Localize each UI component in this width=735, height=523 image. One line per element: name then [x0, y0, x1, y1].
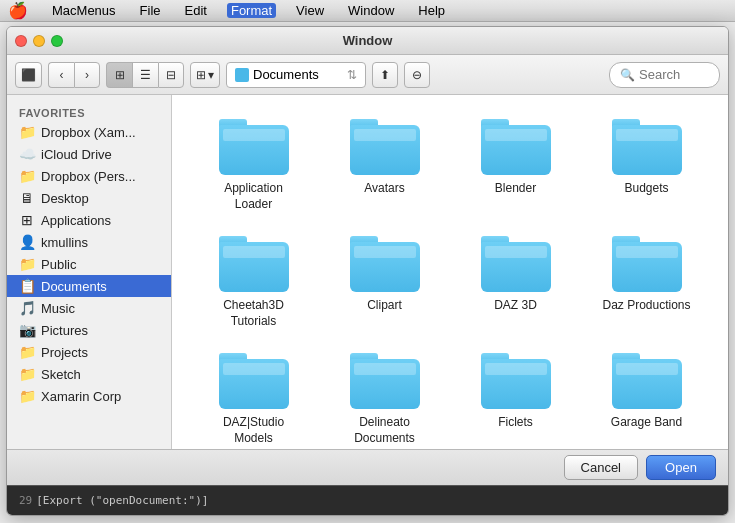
back-button[interactable]: ‹ — [48, 62, 74, 88]
column-view-button[interactable]: ⊟ — [158, 62, 184, 88]
sidebar-label-pictures: Pictures — [41, 323, 88, 338]
code-strip: 29 [Export ("openDocument:")] — [7, 485, 728, 515]
sidebar-item-dropbox-xam[interactable]: 📁 Dropbox (Xam... — [7, 121, 171, 143]
file-grid: Application Loader Avatars Blender — [172, 95, 728, 449]
file-item-avatars[interactable]: Avatars — [319, 111, 450, 220]
file-label-garage-band: Garage Band — [611, 415, 682, 431]
folder-icon-sketch: 📁 — [19, 366, 35, 382]
list-view-button[interactable]: ☰ — [132, 62, 158, 88]
file-label-cheetah3d: Cheetah3D Tutorials — [209, 298, 299, 329]
file-item-blender[interactable]: Blender — [450, 111, 581, 220]
search-box[interactable]: 🔍 — [609, 62, 720, 88]
cancel-button[interactable]: Cancel — [564, 455, 638, 480]
menubar-window[interactable]: Window — [344, 3, 398, 18]
close-button[interactable] — [15, 35, 27, 47]
folder-icon-pers: 📁 — [19, 168, 35, 184]
sidebar-item-icloud-drive[interactable]: ☁️ iCloud Drive — [7, 143, 171, 165]
file-label-daz3d: DAZ 3D — [494, 298, 537, 314]
sidebar-label-public: Public — [41, 257, 76, 272]
sidebar-label-applications: Applications — [41, 213, 111, 228]
grid-icon-apps: ⊞ — [19, 212, 35, 228]
sidebar-item-kmullins[interactable]: 👤 kmullins — [7, 231, 171, 253]
file-item-daz-studio[interactable]: DAZ|Studio Models — [188, 345, 319, 449]
view-mode-group: ⊞ ☰ ⊟ — [106, 62, 184, 88]
sidebar-label-music: Music — [41, 301, 75, 316]
file-item-clipart[interactable]: Clipart — [319, 228, 450, 337]
sidebar-label-icloud: iCloud Drive — [41, 147, 112, 162]
menubar-help[interactable]: Help — [414, 3, 449, 18]
icon-view-button[interactable]: ⊞ — [106, 62, 132, 88]
file-label-ficlets: Ficlets — [498, 415, 533, 431]
sidebar-label-kmullins: kmullins — [41, 235, 88, 250]
toolbar: ⬛ ‹ › ⊞ ☰ ⊟ ⊞ ▾ Documents ⇅ ⬆ ⊖ 🔍 — [7, 55, 728, 95]
main-content: Favorites 📁 Dropbox (Xam... ☁️ iCloud Dr… — [7, 95, 728, 449]
open-button[interactable]: Open — [646, 455, 716, 480]
location-bar[interactable]: Documents ⇅ — [226, 62, 366, 88]
sidebar: Favorites 📁 Dropbox (Xam... ☁️ iCloud Dr… — [7, 95, 172, 449]
bottombar: Cancel Open — [7, 449, 728, 485]
sidebar-item-public[interactable]: 📁 Public — [7, 253, 171, 275]
sidebar-label-documents: Documents — [41, 279, 107, 294]
file-label-app-loader: Application Loader — [209, 181, 299, 212]
folder-icon-xamarin: 📁 — [19, 388, 35, 404]
nav-group: ‹ › — [48, 62, 100, 88]
sidebar-label-desktop: Desktop — [41, 191, 89, 206]
window: Window ⬛ ‹ › ⊞ ☰ ⊟ ⊞ ▾ Documents ⇅ — [6, 26, 729, 516]
code-content: [Export ("openDocument:")] — [36, 494, 208, 507]
sidebar-label-projects: Projects — [41, 345, 88, 360]
traffic-lights — [15, 35, 63, 47]
folder-icon-docs: 📋 — [19, 278, 35, 294]
file-item-cheetah3d[interactable]: Cheetah3D Tutorials — [188, 228, 319, 337]
sidebar-label-xamarin: Xamarin Corp — [41, 389, 121, 404]
line-number: 29 — [19, 494, 32, 507]
sidebar-label-dropbox-xam: Dropbox (Xam... — [41, 125, 136, 140]
file-item-daz3d[interactable]: DAZ 3D — [450, 228, 581, 337]
file-label-budgets: Budgets — [624, 181, 668, 197]
apple-menu[interactable]: 🍎 — [8, 1, 28, 20]
cloud-icon: ☁️ — [19, 146, 35, 162]
folder-icon-public: 📁 — [19, 256, 35, 272]
file-item-ficlets[interactable]: Ficlets — [450, 345, 581, 449]
file-label-blender: Blender — [495, 181, 536, 197]
person-icon: 👤 — [19, 234, 35, 250]
sidebar-item-music[interactable]: 🎵 Music — [7, 297, 171, 319]
sidebar-item-applications[interactable]: ⊞ Applications — [7, 209, 171, 231]
minimize-button[interactable] — [33, 35, 45, 47]
menubar-edit[interactable]: Edit — [181, 3, 211, 18]
menubar-format[interactable]: Format — [227, 3, 276, 18]
menubar: 🍎 MacMenus File Edit Format View Window … — [0, 0, 735, 22]
file-item-delineato[interactable]: Delineato Documents — [319, 345, 450, 449]
window-title: Window — [343, 33, 393, 48]
sidebar-item-projects[interactable]: 📁 Projects — [7, 341, 171, 363]
file-item-garage-band[interactable]: Garage Band — [581, 345, 712, 449]
sidebar-icon: ⬛ — [21, 68, 36, 82]
location-arrow: ⇅ — [347, 68, 357, 82]
file-label-delineato: Delineato Documents — [340, 415, 430, 446]
action-button[interactable]: ⊖ — [404, 62, 430, 88]
sidebar-item-documents[interactable]: 📋 Documents — [7, 275, 171, 297]
forward-button[interactable]: › — [74, 62, 100, 88]
menubar-view[interactable]: View — [292, 3, 328, 18]
menubar-macmenus[interactable]: MacMenus — [48, 3, 120, 18]
sidebar-item-desktop[interactable]: 🖥 Desktop — [7, 187, 171, 209]
sidebar-item-sketch[interactable]: 📁 Sketch — [7, 363, 171, 385]
sidebar-toggle-button[interactable]: ⬛ — [15, 62, 42, 88]
file-label-clipart: Clipart — [367, 298, 402, 314]
sidebar-item-xamarin-corp[interactable]: 📁 Xamarin Corp — [7, 385, 171, 407]
sidebar-item-pictures[interactable]: 📷 Pictures — [7, 319, 171, 341]
titlebar: Window — [7, 27, 728, 55]
share-button[interactable]: ⬆ — [372, 62, 398, 88]
monitor-icon: 🖥 — [19, 190, 35, 206]
folder-icon-projects: 📁 — [19, 344, 35, 360]
maximize-button[interactable] — [51, 35, 63, 47]
search-icon: 🔍 — [620, 68, 635, 82]
music-icon: 🎵 — [19, 300, 35, 316]
grid-view-button[interactable]: ⊞ ▾ — [190, 62, 220, 88]
file-item-daz-productions[interactable]: Daz Productions — [581, 228, 712, 337]
menubar-file[interactable]: File — [136, 3, 165, 18]
sidebar-item-dropbox-pers[interactable]: 📁 Dropbox (Pers... — [7, 165, 171, 187]
search-input[interactable] — [639, 67, 709, 82]
file-item-budgets[interactable]: Budgets — [581, 111, 712, 220]
sidebar-label-sketch: Sketch — [41, 367, 81, 382]
file-item-app-loader[interactable]: Application Loader — [188, 111, 319, 220]
